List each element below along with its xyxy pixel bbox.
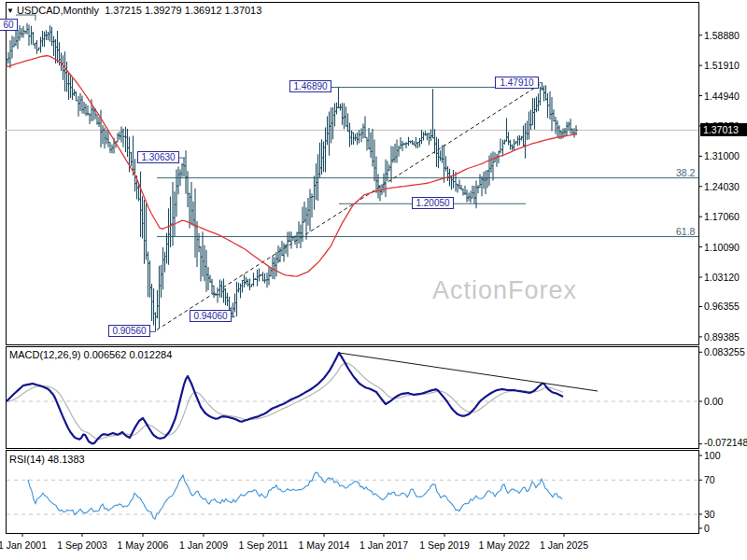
main-panel-frame [6,2,698,344]
time-axis-label: 1 Jan 2017 [359,539,408,551]
macd-indicator-label: MACD(12,26,9) 0.006562 0.012284 [9,349,172,360]
price-axis-label: 1.24030 [704,181,740,192]
price-axis-label: 0.89385 [704,331,740,343]
price-axis-label: 1.58880 [704,30,740,41]
macd-axis-label: 0.083255 [704,346,745,357]
time-axis-label: 1 May 2022 [479,539,530,551]
actionforex-watermark: ActionForex [432,276,577,305]
ohlc-values: 1.37215 1.39279 1.36912 1.37013 [105,5,261,16]
price-tag[interactable]: 1.30630 [137,151,179,163]
macd-trendline [339,353,598,391]
time-axis-label: 1 May 2014 [299,539,350,551]
price-axis-label: 1.51910 [704,60,740,71]
price-tag[interactable]: 0.94060 [190,310,232,322]
chart-title-bar: ▼ USDCAD,Monthly 1.37215 1.39279 1.36912… [7,5,261,16]
price-tag[interactable]: 1.46890 [289,80,331,92]
price-tag[interactable]: 0.90560 [108,325,150,337]
macd-main-line [7,353,563,443]
price-tag[interactable]: 60 [0,19,18,31]
price-axis-label: 0.96355 [704,301,740,312]
macd-axis-label: 0.00 [704,396,723,407]
time-axis-label: 1 May 2006 [118,539,169,551]
fib-ratio-label: 61.8 [676,226,695,237]
chart-window: ▼ USDCAD,Monthly 1.37215 1.39279 1.36912… [0,0,747,560]
rsi-line [28,472,562,519]
fib-ratio-label: 38.2 [676,167,695,178]
price-tag[interactable]: 1.47910 [495,77,539,89]
current-price-badge: 1.37013 [700,123,747,136]
time-axis-label: 1 Jan 2025 [540,539,588,551]
chart-canvas[interactable] [0,0,747,560]
rsi-axis-label: 100 [704,450,721,461]
price-tag[interactable]: 1.20050 [412,197,454,209]
rsi-axis-label: 70 [704,474,715,485]
rsi-panel-frame [6,450,698,533]
macd-axis-label: -0.072148 [704,437,747,448]
time-axis-label: 1 Sep 2003 [57,539,107,551]
time-axis-label: 1 Sep 2011 [239,539,289,551]
macd-panel-frame [6,346,698,448]
rsi-axis-label: 0 [704,523,710,534]
symbol-period-label: USDCAD,Monthly [17,5,99,16]
price-axis-label: 1.31000 [704,150,740,161]
time-axis-label: 1 Sep 2019 [419,539,470,551]
time-axis-label: 1 Jan 2001 [0,539,47,551]
price-axis-label: 1.10090 [704,242,740,253]
rsi-indicator-label: RSI(14) 48.1383 [9,454,85,465]
price-axis-label: 1.17060 [704,211,740,222]
time-axis-label: 1 Jan 2009 [179,539,228,551]
price-axis-label: 1.44940 [704,91,740,102]
price-axis-label: 1.03120 [704,272,740,283]
symbol-dropdown-icon[interactable]: ▼ [7,7,14,15]
rsi-axis-label: 30 [704,509,715,520]
